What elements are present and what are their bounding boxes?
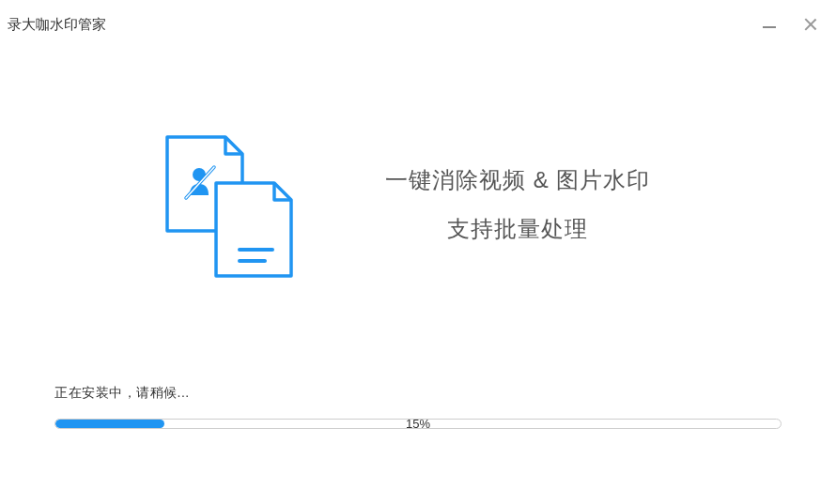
feature-line-1: 一键消除视频 & 图片水印	[385, 165, 650, 195]
install-status-text: 正在安装中，请稍候...	[54, 385, 782, 402]
watermark-documents-icon	[150, 130, 301, 280]
close-button[interactable]	[804, 18, 817, 31]
feature-line-2: 支持批量处理	[385, 214, 650, 244]
titlebar: 录大咖水印管家	[0, 0, 836, 38]
progress-percent-label: 15%	[55, 419, 781, 429]
install-section: 正在安装中，请稍候... 15%	[54, 385, 782, 429]
window-controls	[763, 18, 817, 31]
content-area: 一键消除视频 & 图片水印 支持批量处理	[0, 120, 836, 289]
window-title: 录大咖水印管家	[8, 16, 106, 34]
progress-bar: 15%	[54, 419, 782, 429]
minimize-button[interactable]	[763, 26, 776, 28]
feature-text: 一键消除视频 & 图片水印 支持批量处理	[385, 165, 650, 244]
